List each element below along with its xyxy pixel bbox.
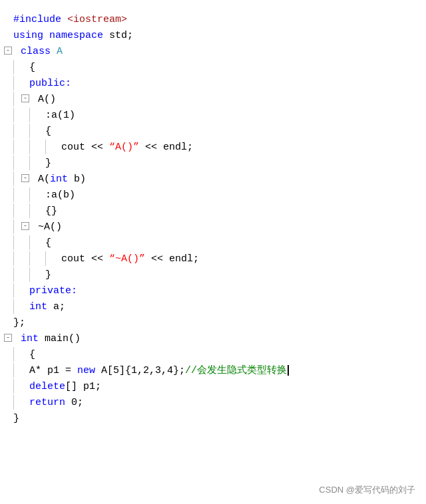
code-text: #include (13, 14, 67, 25)
code-line-20: }; (0, 315, 426, 331)
fold-button[interactable]: - (4, 47, 12, 55)
code-line-22: { (0, 347, 426, 363)
include-file: <iostream> (67, 14, 127, 25)
code-line-12: :a(b) (0, 188, 426, 203)
code-line-16: cout << “~A()” << endl; (0, 251, 426, 267)
watermark: CSDN @爱写代码的刘子 (319, 483, 415, 497)
code-line-5: public: (0, 76, 426, 92)
code-line-24: delete[] p1; (0, 379, 426, 395)
code-line-15: { (0, 235, 426, 251)
code-line-11: - A(int b) (0, 172, 426, 188)
code-editor: #include <iostream> using namespace std;… (0, 7, 426, 432)
code-line-25: return 0; (0, 395, 426, 411)
code-line-2: using namespace std; (0, 28, 426, 44)
code-line-19: int a; (0, 299, 426, 315)
fold-button-2[interactable]: - (21, 94, 29, 102)
code-container: #include <iostream> using namespace std;… (0, 0, 426, 504)
code-line-9: cout << “A()” << endl; (0, 140, 426, 156)
code-line-23: A* p1 = new A[5]{1,2,3,4};//会发生隐式类型转换 (0, 363, 426, 379)
code-line-4: { (0, 60, 426, 76)
fold-button-4[interactable]: - (21, 222, 29, 230)
fold-button-3[interactable]: - (21, 174, 29, 182)
code-line-1: #include <iostream> (0, 12, 426, 28)
fold-button-5[interactable]: - (4, 334, 12, 342)
code-line-17: } (0, 267, 426, 283)
code-line-7: :a(1) (0, 108, 426, 124)
code-line-8: { (0, 124, 426, 140)
code-line-10: } (0, 156, 426, 172)
code-line-3: - class A (0, 44, 426, 60)
code-line-21: - int main() (0, 331, 426, 347)
code-line-6: - A() (0, 92, 426, 108)
code-line-26: } (0, 411, 426, 427)
code-line-13: {} (0, 203, 426, 219)
code-text: using namespace (13, 30, 109, 41)
code-line-14: - ~A() (0, 219, 426, 235)
code-line-18: private: (0, 283, 426, 299)
